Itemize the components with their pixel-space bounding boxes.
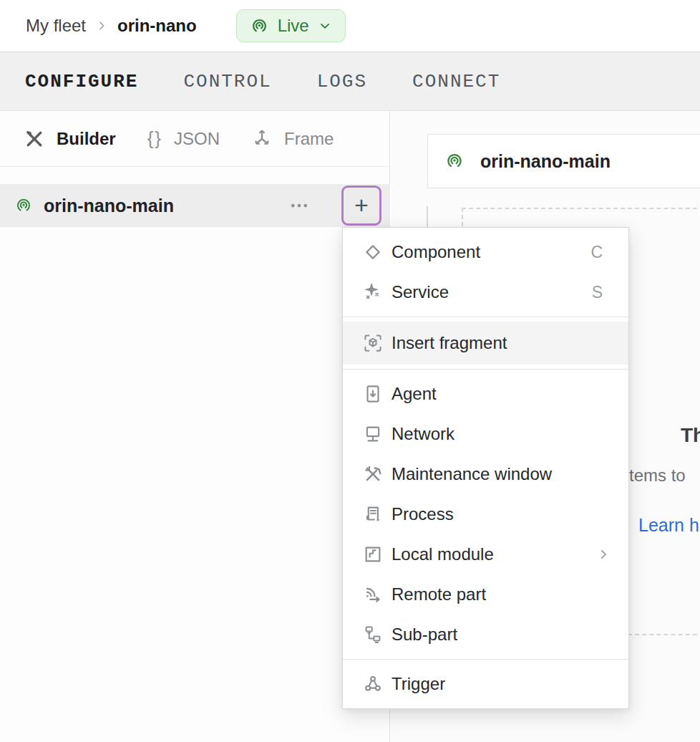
axes-icon — [251, 128, 273, 150]
menu-section-fragment: Insert fragment — [343, 317, 628, 369]
view-toggle-json[interactable]: {} JSON — [147, 127, 220, 150]
module-icon — [362, 544, 384, 565]
builder-sidebar: Builder {} JSON Frame orin-nano-main + — [0, 111, 390, 742]
view-toggle-label: Builder — [57, 129, 116, 149]
empty-state-heading: Th — [681, 424, 700, 447]
sub-part-icon — [362, 624, 384, 645]
trigger-icon — [362, 673, 384, 695]
view-toggle-builder[interactable]: Builder — [24, 128, 116, 150]
plus-icon: + — [354, 193, 369, 217]
live-status-dropdown[interactable]: Live — [236, 9, 346, 42]
menu-item-service[interactable]: Service S — [343, 272, 628, 312]
machine-tab-bar: CONFIGURE CONTROL LOGS CONNECT — [0, 52, 700, 111]
part-name: orin-nano-main — [44, 196, 174, 216]
ellipsis-icon — [288, 195, 310, 216]
part-options-button[interactable] — [285, 193, 313, 218]
view-mode-toggle: Builder {} JSON Frame — [0, 111, 389, 167]
empty-state-body: tems to — [629, 466, 686, 486]
menu-item-component[interactable]: Component C — [343, 232, 628, 272]
fragment-icon — [362, 332, 384, 354]
tree-connector-line — [427, 206, 428, 227]
menu-item-sub-part[interactable]: Sub-part — [343, 615, 628, 655]
menu-section-primary: Component C Service S — [343, 228, 628, 317]
maintenance-icon — [362, 463, 384, 485]
broadcast-icon — [250, 16, 269, 36]
menu-item-local-module[interactable]: Local module — [343, 534, 628, 574]
agent-icon — [362, 383, 384, 405]
menu-item-insert-fragment[interactable]: Insert fragment — [343, 322, 628, 365]
menu-item-remote-part[interactable]: Remote part — [343, 574, 628, 615]
view-toggle-frame[interactable]: Frame — [251, 128, 334, 150]
tools-icon — [24, 128, 45, 150]
broadcast-icon — [444, 151, 465, 171]
menu-item-process[interactable]: Process — [343, 494, 628, 534]
learn-link[interactable]: Learn h — [638, 515, 699, 536]
view-toggle-label: JSON — [174, 129, 220, 149]
add-item-button[interactable]: + — [341, 186, 381, 226]
broadcast-icon — [14, 196, 33, 215]
header: My fleet orin-nano Live — [0, 0, 700, 52]
tab-connect[interactable]: CONNECT — [412, 71, 500, 92]
add-item-menu: Component C Service S — [342, 227, 629, 709]
menu-item-network[interactable]: Network — [343, 414, 628, 454]
menu-item-maintenance-window[interactable]: Maintenance window — [343, 454, 628, 494]
service-icon — [362, 281, 384, 303]
braces-icon: {} — [147, 127, 162, 150]
menu-section-system: Agent Network Maintenance window — [343, 370, 628, 659]
tab-logs[interactable]: LOGS — [317, 71, 367, 92]
menu-section-trigger: Trigger — [343, 660, 628, 708]
part-tree-row[interactable]: orin-nano-main + — [0, 184, 390, 227]
process-icon — [362, 504, 384, 525]
breadcrumb-fleet[interactable]: My fleet — [26, 16, 86, 36]
menu-item-agent[interactable]: Agent — [343, 374, 628, 414]
shortcut-key: S — [592, 283, 603, 302]
breadcrumb-chevron-icon — [96, 20, 107, 32]
menu-item-trigger[interactable]: Trigger — [343, 664, 628, 704]
component-icon — [362, 241, 384, 263]
chevron-down-icon — [318, 19, 332, 33]
shortcut-key: C — [590, 243, 603, 262]
live-label: Live — [278, 16, 309, 36]
part-card-title: orin-nano-main — [480, 151, 611, 172]
view-toggle-label: Frame — [284, 129, 334, 149]
part-card[interactable]: orin-nano-main — [427, 134, 700, 188]
tab-configure[interactable]: CONFIGURE — [25, 71, 138, 92]
breadcrumb-machine: orin-nano — [117, 16, 197, 36]
network-icon — [362, 423, 384, 445]
tab-control[interactable]: CONTROL — [183, 71, 271, 92]
remote-part-icon — [362, 584, 384, 605]
submenu-chevron-icon — [597, 548, 610, 561]
